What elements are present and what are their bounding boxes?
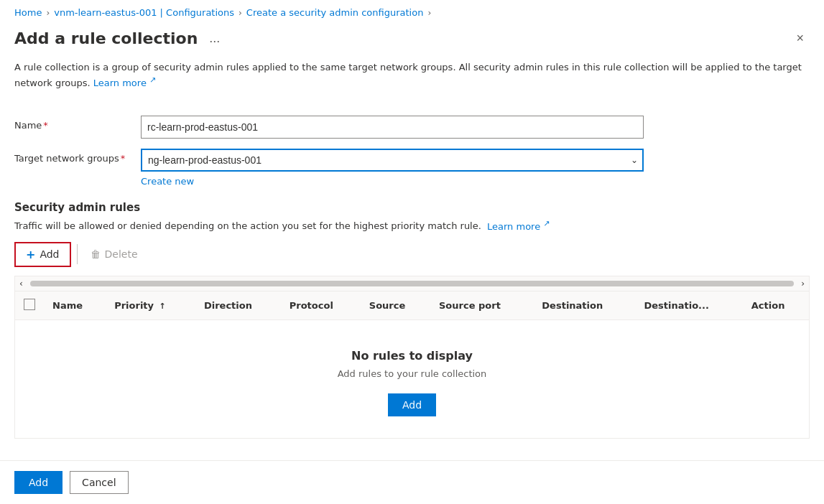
breadcrumb-sep-1: › bbox=[46, 8, 50, 18]
create-new-row: Create new bbox=[141, 176, 810, 187]
breadcrumb-sep-2: › bbox=[239, 8, 242, 18]
table-header-destination: Destination bbox=[533, 291, 635, 320]
add-rule-button[interactable]: + Add bbox=[14, 242, 71, 267]
table-header-action: Action bbox=[743, 291, 809, 320]
description-learn-more-link[interactable]: Learn more ↗ bbox=[93, 78, 157, 88]
breadcrumb-home[interactable]: Home bbox=[14, 7, 42, 18]
delete-rule-label: Delete bbox=[105, 248, 138, 260]
plus-icon: + bbox=[26, 248, 35, 261]
external-link-icon: ↗ bbox=[149, 75, 156, 85]
horizontal-scrollbar[interactable]: ‹ › bbox=[15, 276, 809, 291]
security-rules-external-link-icon: ↗ bbox=[543, 218, 550, 228]
name-label: Name* bbox=[14, 116, 129, 131]
footer-cancel-button[interactable]: Cancel bbox=[70, 471, 128, 494]
empty-state-add-button[interactable]: Add bbox=[388, 393, 436, 416]
name-required-star: * bbox=[43, 120, 48, 131]
sort-asc-icon: ↑ bbox=[159, 302, 166, 311]
table-header-priority[interactable]: Priority ↑ bbox=[106, 291, 195, 320]
table-header-source-port: Source port bbox=[430, 291, 533, 320]
empty-state: No rules to display Add rules to your ru… bbox=[15, 320, 809, 438]
delete-rule-button[interactable]: 🗑 Delete bbox=[83, 244, 145, 264]
security-admin-rules-section: Security admin rules Traffic will be all… bbox=[14, 201, 810, 438]
security-rules-desc: Traffic will be allowed or denied depend… bbox=[14, 218, 810, 231]
table-header-direction: Direction bbox=[195, 291, 281, 320]
name-input[interactable] bbox=[141, 116, 644, 139]
close-button[interactable]: × bbox=[790, 28, 810, 49]
target-network-groups-dropdown[interactable]: ng-learn-prod-eastus-001 bbox=[141, 149, 644, 172]
table-header-destination-port: Destinatio... bbox=[635, 291, 742, 320]
table-header: Name Priority ↑ Direction Protocol bbox=[15, 291, 809, 320]
footer: Add Cancel bbox=[0, 460, 824, 504]
rules-table: Name Priority ↑ Direction Protocol bbox=[15, 291, 809, 438]
target-required-star: * bbox=[121, 153, 126, 164]
table-body: No rules to display Add rules to your ru… bbox=[15, 319, 809, 438]
create-new-link[interactable]: Create new bbox=[141, 176, 194, 187]
select-all-checkbox[interactable] bbox=[24, 299, 35, 310]
add-rule-label: Add bbox=[40, 248, 59, 260]
name-field-row: Name* bbox=[14, 116, 810, 139]
table-header-source: Source bbox=[361, 291, 430, 320]
scroll-track[interactable] bbox=[30, 281, 794, 286]
rules-table-container: ‹ › Name Pri bbox=[14, 276, 810, 439]
page-header: Add a rule collection ... × bbox=[14, 22, 810, 60]
toolbar-divider bbox=[77, 244, 78, 264]
security-rules-title: Security admin rules bbox=[14, 201, 810, 214]
target-label: Target network groups* bbox=[14, 149, 129, 164]
scroll-left-icon[interactable]: ‹ bbox=[15, 279, 27, 289]
empty-state-title: No rules to display bbox=[15, 349, 809, 363]
breadcrumb: Home › vnm-learn-eastus-001 | Configurat… bbox=[0, 0, 824, 22]
scroll-right-icon[interactable]: › bbox=[797, 279, 809, 289]
form-section: Name* Target network groups* ng-learn-pr… bbox=[14, 104, 810, 187]
page-title: Add a rule collection bbox=[14, 29, 198, 47]
breadcrumb-sep-3: › bbox=[427, 8, 431, 18]
description-text: A rule collection is a group of security… bbox=[14, 60, 810, 90]
target-network-groups-row: Target network groups* ng-learn-prod-eas… bbox=[14, 149, 810, 172]
empty-state-row: No rules to display Add rules to your ru… bbox=[15, 319, 809, 438]
breadcrumb-create-config[interactable]: Create a security admin configuration bbox=[246, 7, 424, 18]
target-dropdown-wrapper: ng-learn-prod-eastus-001 ⌄ bbox=[141, 149, 644, 172]
table-header-checkbox-col bbox=[15, 291, 44, 320]
security-rules-learn-more-link[interactable]: Learn more ↗ bbox=[487, 221, 550, 232]
description-section: A rule collection is a group of security… bbox=[14, 60, 810, 104]
footer-add-button[interactable]: Add bbox=[14, 471, 63, 494]
table-header-protocol: Protocol bbox=[281, 291, 361, 320]
breadcrumb-configurations[interactable]: vnm-learn-eastus-001 | Configurations bbox=[54, 7, 234, 18]
toolbar: + Add 🗑 Delete bbox=[14, 242, 810, 267]
table-header-name: Name bbox=[44, 291, 106, 320]
empty-state-desc: Add rules to your rule collection bbox=[15, 368, 809, 379]
trash-icon: 🗑 bbox=[91, 248, 101, 260]
ellipsis-menu-button[interactable]: ... bbox=[205, 29, 224, 47]
